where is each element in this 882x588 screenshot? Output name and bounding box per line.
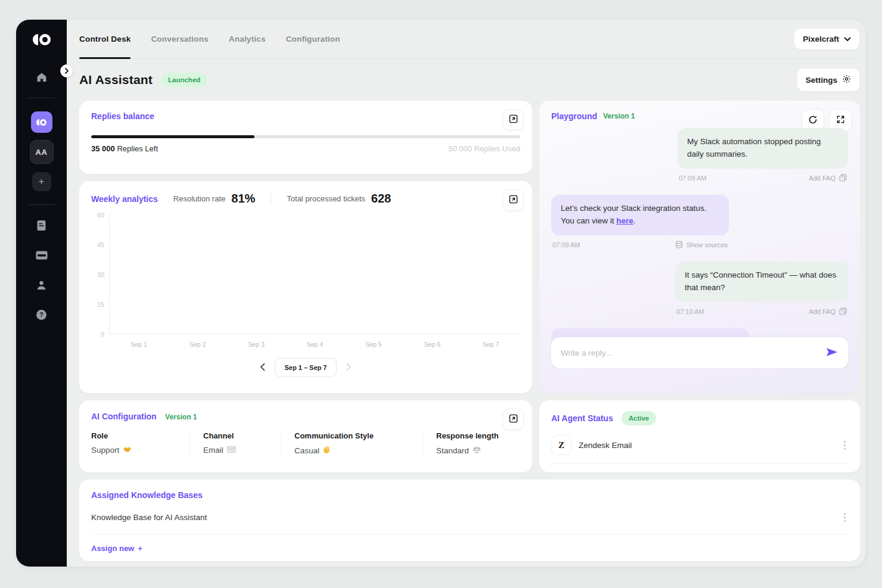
- refresh-icon: [808, 115, 818, 126]
- sidebar: AA + ?: [16, 20, 67, 567]
- settings-button[interactable]: Settings: [797, 69, 859, 91]
- notes-button[interactable]: [36, 220, 46, 232]
- chevron-right-icon: [346, 363, 352, 373]
- external-link-icon: [509, 414, 518, 425]
- agent-menu-button[interactable]: [841, 438, 848, 452]
- ai-configuration-version: Version 1: [165, 413, 197, 421]
- launched-badge: Launched: [161, 73, 207, 87]
- chart-plot-area: Sep 1Sep 2Sep 3Sep 4Sep 5Sep 6Sep 7: [109, 215, 520, 334]
- x-tick-label: Sep 5: [344, 341, 403, 348]
- workspace-name: Pixelcraft: [803, 35, 839, 43]
- tickets-label: Total processed tickets: [287, 194, 365, 203]
- sources-icon: [675, 241, 683, 250]
- billing-button[interactable]: [36, 250, 48, 262]
- open-analytics-button[interactable]: [502, 189, 524, 211]
- fullscreen-icon: [836, 115, 845, 126]
- knowledge-base-name: Knowledge Base for AI Assistant: [91, 513, 207, 522]
- bar-sep-2: Sep 2: [168, 215, 226, 334]
- home-icon: [36, 71, 48, 85]
- chart-y-axis: 015304560: [91, 215, 109, 334]
- chat-thread: My Slack automation stopped posting dail…: [551, 128, 848, 368]
- y-tick-label: 30: [97, 271, 104, 278]
- config-field-communication-style: Communication Style Casual: [281, 431, 423, 456]
- chevron-down-icon: [844, 35, 851, 43]
- chat-message-user: My Slack automation stopped posting dail…: [551, 128, 848, 183]
- workspace-switcher[interactable]: Pixelcraft: [794, 29, 859, 49]
- x-tick-label: Sep 6: [403, 341, 461, 348]
- add-faq-icon: ?: [839, 307, 847, 316]
- chat-message-user: It says “Connection Timeout” — what does…: [551, 262, 848, 316]
- main-content: Control Desk Conversations Analytics Con…: [67, 20, 865, 567]
- y-tick-label: 60: [97, 211, 104, 219]
- ai-agent-status-card: AI Agent Status Active Z Zendesk Email: [539, 400, 860, 472]
- replies-balance-card: Replies balance 35 000 Replies Left 50 0…: [79, 101, 532, 174]
- y-tick-label: 15: [97, 301, 104, 308]
- chevron-left-icon: [260, 363, 265, 373]
- sidebar-divider: [29, 98, 55, 98]
- zendesk-logo: Z: [551, 435, 572, 455]
- help-button[interactable]: ?: [36, 310, 47, 322]
- bar-sep-5: Sep 5: [344, 215, 403, 334]
- sidebar-item-workspace[interactable]: AA: [30, 140, 54, 164]
- bar-sep-7: Sep 7: [462, 215, 520, 334]
- replies-left-label: 35 000 Replies Left: [91, 144, 158, 153]
- bar-sep-3: Sep 3: [227, 215, 285, 334]
- send-button[interactable]: [825, 347, 838, 359]
- previous-week-button[interactable]: [260, 363, 265, 373]
- ai-configuration-title: AI Configuration: [91, 412, 157, 421]
- x-tick-label: Sep 3: [227, 341, 285, 348]
- sidebar-expand-button[interactable]: [60, 64, 73, 77]
- add-faq-icon: ?: [839, 174, 847, 183]
- week-range-label: Sep 1 – Sep 7: [275, 358, 337, 377]
- replies-progress-track: [91, 135, 520, 138]
- assign-new-button[interactable]: Assign new +: [91, 544, 142, 553]
- knowledge-base-menu-button[interactable]: [841, 511, 848, 524]
- reply-input[interactable]: [561, 349, 825, 357]
- bar-sep-6: Sep 6: [403, 215, 461, 334]
- agent-name: Zendesk Email: [579, 441, 632, 450]
- tab-control-desk[interactable]: Control Desk: [79, 20, 131, 58]
- tab-conversations[interactable]: Conversations: [151, 20, 208, 58]
- x-tick-label: Sep 7: [462, 341, 520, 348]
- knowledge-base-row: Knowledge Base for AI Assistant: [91, 511, 848, 534]
- message-time: 07:10 AM: [676, 308, 704, 315]
- wave-icon: [323, 446, 331, 456]
- integration-status-link[interactable]: here: [616, 216, 633, 225]
- brand-logo-icon: [33, 34, 51, 45]
- tab-configuration[interactable]: Configuration: [286, 20, 340, 58]
- ai-agent-status-title: AI Agent Status: [551, 413, 613, 423]
- add-assistant-button[interactable]: +: [32, 172, 51, 191]
- sidebar-item-active-assistant[interactable]: [31, 111, 52, 133]
- envelope-icon: [227, 446, 236, 455]
- x-tick-label: Sep 1: [110, 341, 168, 348]
- bar-sep-4: Sep 4: [285, 215, 344, 334]
- show-sources-button[interactable]: Show sources: [675, 241, 728, 250]
- add-faq-button[interactable]: Add FAQ ?: [809, 307, 847, 316]
- weekly-bar-chart: 015304560 Sep 1Sep 2Sep 3Sep 4Sep 5Sep 6…: [91, 215, 520, 334]
- profile-button[interactable]: [36, 280, 46, 292]
- open-replies-balance-button[interactable]: [502, 109, 524, 130]
- active-badge: Active: [622, 411, 657, 425]
- y-tick-label: 0: [101, 331, 104, 338]
- tab-analytics[interactable]: Analytics: [229, 20, 266, 58]
- playground-card: Playground Version 1: [539, 101, 860, 393]
- assistant-logo-icon: [36, 119, 39, 126]
- external-link-icon: [509, 114, 518, 125]
- home-button[interactable]: [36, 71, 48, 85]
- handshake-icon: [123, 446, 132, 455]
- plus-icon: +: [138, 544, 142, 553]
- help-icon: ?: [36, 309, 47, 322]
- y-tick-label: 45: [97, 241, 104, 248]
- gear-icon: [842, 74, 851, 85]
- next-week-button[interactable]: [346, 363, 352, 373]
- agent-row: Z Zendesk Email: [551, 435, 848, 464]
- document-icon: [36, 220, 46, 233]
- person-icon: [36, 280, 46, 293]
- ai-configuration-card: AI Configuration Version 1 Role Support: [79, 400, 532, 472]
- open-configuration-button[interactable]: [502, 409, 524, 430]
- credit-card-icon: [36, 251, 48, 262]
- config-field-channel: Channel Email: [190, 431, 281, 456]
- weekly-analytics-title: Weekly analytics: [91, 194, 158, 204]
- external-link-icon: [509, 195, 518, 206]
- add-faq-button[interactable]: Add FAQ ?: [809, 174, 847, 183]
